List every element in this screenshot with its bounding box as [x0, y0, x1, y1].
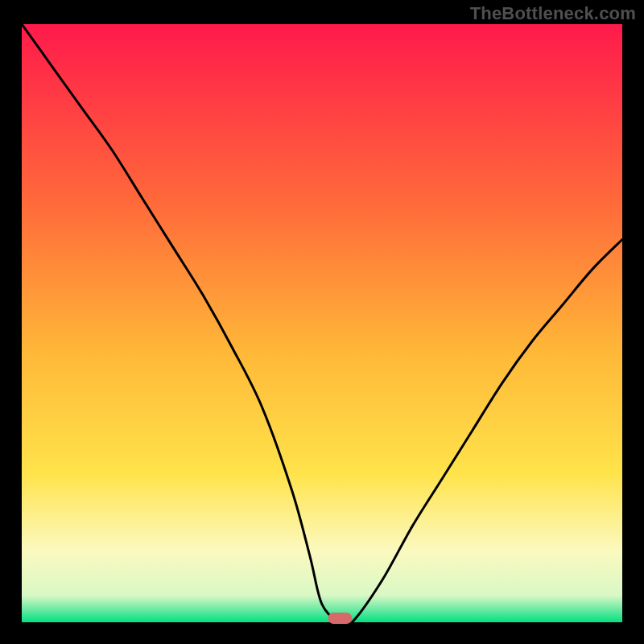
watermark-text: TheBottleneck.com	[470, 3, 636, 24]
chart-stage: TheBottleneck.com	[0, 0, 644, 644]
plot-background	[22, 24, 622, 622]
optimal-point-marker	[328, 613, 352, 624]
bottleneck-chart	[0, 0, 644, 644]
